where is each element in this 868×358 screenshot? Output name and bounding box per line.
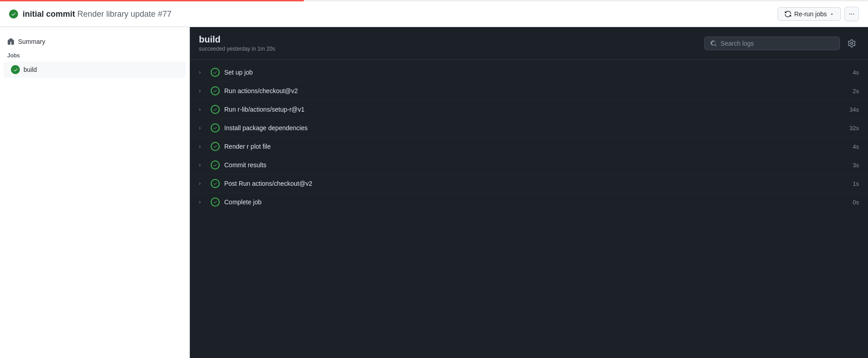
step-status-icon [211, 123, 220, 132]
step-name: Post Run actions/checkout@v2 [224, 180, 841, 187]
build-job-label: build [24, 66, 37, 73]
progress-indicator [0, 0, 304, 1]
step-row[interactable]: › Set up job 4s [190, 63, 868, 82]
commit-name: initial commit [23, 9, 75, 19]
step-status-icon [211, 105, 220, 114]
sidebar-item-summary[interactable]: Summary [0, 34, 189, 49]
step-name: Install package dependencies [224, 124, 841, 132]
step-row[interactable]: › Post Run actions/checkout@v2 1s [190, 174, 868, 193]
search-icon [710, 40, 717, 47]
step-row[interactable]: › Run r-lib/actions/setup-r@v1 34s [190, 100, 868, 119]
step-chevron-icon: › [199, 180, 206, 187]
settings-button[interactable] [844, 36, 859, 51]
step-duration: 1s [845, 180, 859, 187]
step-duration: 0s [845, 199, 859, 206]
step-duration: 3s [845, 162, 859, 169]
step-row[interactable]: › Install package dependencies 32s [190, 119, 868, 137]
step-status-icon [211, 142, 220, 151]
step-status-icon [211, 179, 220, 188]
search-logs-input[interactable] [721, 40, 834, 47]
run-title: Render library update #77 [77, 9, 171, 19]
build-status-icon [11, 65, 20, 74]
build-title: build [199, 34, 275, 45]
step-chevron-icon: › [199, 106, 206, 113]
step-chevron-icon: › [199, 143, 206, 150]
top-progress-bar [0, 0, 868, 1]
step-name: Render r plot file [224, 143, 841, 150]
jobs-section-label: Jobs [0, 49, 189, 61]
ellipsis-icon: ··· [849, 10, 854, 18]
summary-label: Summary [18, 38, 45, 45]
run-status-icon [9, 9, 18, 19]
header-actions: Re-run jobs ··· [778, 7, 859, 21]
step-name: Set up job [224, 69, 841, 76]
build-panel-header: build succeeded yesterday in 1m 20s [190, 27, 868, 60]
step-name: Complete job [224, 198, 841, 206]
more-options-button[interactable]: ··· [844, 7, 859, 21]
build-subtitle: succeeded yesterday in 1m 20s [199, 46, 275, 52]
build-panel: build succeeded yesterday in 1m 20s [190, 27, 868, 358]
step-chevron-icon: › [199, 125, 206, 131]
step-name: Commit results [224, 161, 841, 169]
sidebar-item-build[interactable]: build [4, 61, 186, 78]
step-row[interactable]: › Commit results 3s [190, 156, 868, 174]
header-title-group: initial commit Render library update #77 [9, 9, 171, 19]
step-row[interactable]: › Run actions/checkout@v2 2s [190, 82, 868, 100]
step-duration: 2s [845, 88, 859, 94]
page-header: initial commit Render library update #77… [0, 1, 868, 27]
build-title-group: build succeeded yesterday in 1m 20s [199, 34, 275, 52]
step-name: Run actions/checkout@v2 [224, 87, 841, 94]
step-chevron-icon: › [199, 69, 206, 75]
step-duration: 34s [845, 106, 859, 113]
search-logs-container [704, 37, 840, 50]
step-chevron-icon: › [199, 199, 206, 205]
step-duration: 32s [845, 125, 859, 132]
rerun-label: Re-run jobs [794, 10, 827, 18]
main-layout: Summary Jobs build build succeeded yeste… [0, 27, 868, 358]
step-row[interactable]: › Complete job 0s [190, 193, 868, 212]
step-name: Run r-lib/actions/setup-r@v1 [224, 106, 841, 113]
step-status-icon [211, 86, 220, 95]
step-chevron-icon: › [199, 88, 206, 94]
step-row[interactable]: › Render r plot file 4s [190, 137, 868, 156]
home-icon [7, 38, 14, 45]
step-status-icon [211, 160, 220, 170]
step-status-icon [211, 68, 220, 77]
build-header-actions [704, 36, 859, 51]
gear-icon [848, 39, 856, 47]
step-status-icon [211, 198, 220, 207]
step-duration: 4s [845, 69, 859, 76]
sidebar: Summary Jobs build [0, 27, 190, 358]
page-title: initial commit Render library update #77 [23, 9, 171, 19]
step-duration: 4s [845, 143, 859, 150]
step-chevron-icon: › [199, 162, 206, 168]
steps-list: › Set up job 4s › Run actions/checkout@v… [190, 60, 868, 358]
rerun-jobs-button[interactable]: Re-run jobs [778, 7, 841, 21]
